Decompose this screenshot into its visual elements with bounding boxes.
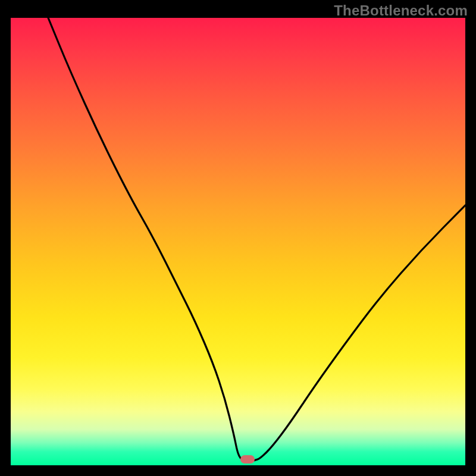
watermark-text: TheBottleneck.com bbox=[334, 2, 468, 19]
plot-area bbox=[11, 18, 465, 465]
minimum-marker bbox=[240, 455, 255, 464]
curve-svg bbox=[11, 18, 465, 465]
chart-frame: TheBottleneck.com bbox=[0, 0, 476, 476]
bottleneck-curve bbox=[48, 18, 465, 461]
